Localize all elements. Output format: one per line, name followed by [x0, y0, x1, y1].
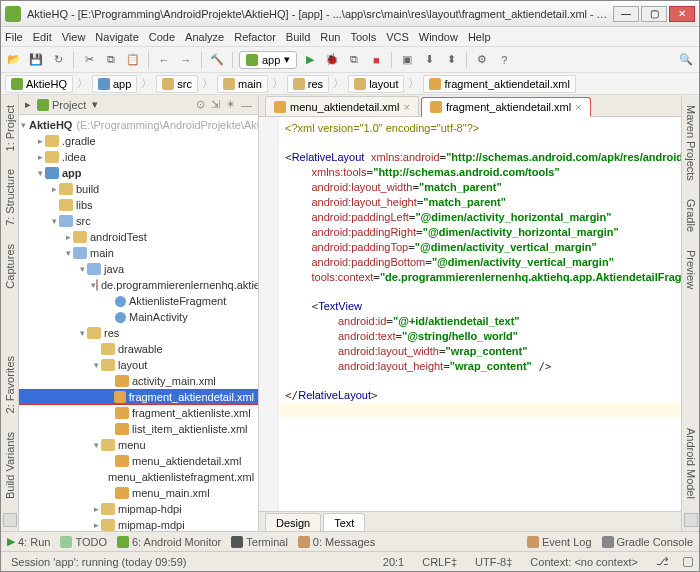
line-gutter[interactable] [259, 117, 279, 511]
tab-structure[interactable]: 7: Structure [4, 165, 16, 230]
chevron-down-icon[interactable]: ▾ [92, 98, 98, 111]
design-tab[interactable]: Design [265, 513, 321, 531]
menu-help[interactable]: Help [468, 31, 491, 43]
close-tab-icon[interactable]: × [403, 101, 409, 113]
gutter-corner-icon[interactable] [684, 513, 698, 527]
make-icon[interactable]: 🔨 [208, 51, 226, 69]
menu-view[interactable]: View [62, 31, 86, 43]
tool-gradle-console[interactable]: Gradle Console [602, 536, 693, 548]
tree-item[interactable]: AktienlisteFragment [19, 293, 258, 309]
maximize-button[interactable]: ▢ [641, 6, 667, 22]
project-pane-header[interactable]: ▸ Project ▾ ⊙ ⇲ ✶ — [19, 95, 258, 115]
editor-tab[interactable]: menu_aktiendetail.xml× [265, 96, 419, 116]
search-icon[interactable]: 🔍 [677, 51, 695, 69]
crumb-project[interactable]: AktieHQ [5, 75, 73, 93]
tree-item[interactable]: ▸.idea [19, 149, 258, 165]
attach-icon[interactable]: ⧉ [345, 51, 363, 69]
settings-icon[interactable]: ✶ [226, 98, 235, 111]
tree-item[interactable]: menu_aktienlistefragment.xml [19, 469, 258, 485]
tree-item-selected[interactable]: fragment_aktiendetail.xml [19, 389, 258, 405]
tree-item[interactable]: ▾de.programmierenlernenhq.aktiehq.app [19, 277, 258, 293]
tree-item-app[interactable]: ▾app [19, 165, 258, 181]
copy-icon[interactable]: ⧉ [102, 51, 120, 69]
tab-gradle[interactable]: Gradle [685, 195, 697, 236]
tree-item[interactable]: ▸mipmap-mdpi [19, 517, 258, 531]
project-tree[interactable]: ▾AktieHQ(E:\Programming\AndroidProjekte\… [19, 115, 258, 531]
tree-item[interactable]: drawable [19, 341, 258, 357]
crumb-main[interactable]: main [217, 75, 268, 93]
menu-build[interactable]: Build [286, 31, 310, 43]
forward-icon[interactable]: → [177, 51, 195, 69]
tree-item[interactable]: ▾src [19, 213, 258, 229]
menu-navigate[interactable]: Navigate [95, 31, 138, 43]
crumb-res[interactable]: res [287, 75, 329, 93]
collapse-icon[interactable]: ▸ [25, 98, 31, 111]
menu-code[interactable]: Code [149, 31, 175, 43]
crumb-src[interactable]: src [156, 75, 198, 93]
tree-item[interactable]: fragment_aktienliste.xml [19, 405, 258, 421]
tool-android-monitor[interactable]: 6: Android Monitor [117, 536, 221, 548]
stop-icon[interactable]: ■ [367, 51, 385, 69]
tool-messages[interactable]: 0: Messages [298, 536, 375, 548]
tree-item[interactable]: ▾res [19, 325, 258, 341]
menu-refactor[interactable]: Refactor [234, 31, 276, 43]
gutter-corner-icon[interactable] [3, 513, 17, 527]
tree-item[interactable]: MainActivity [19, 309, 258, 325]
back-icon[interactable]: ← [155, 51, 173, 69]
tree-item[interactable]: activity_main.xml [19, 373, 258, 389]
crumb-layout[interactable]: layout [348, 75, 404, 93]
expand-icon[interactable]: ⇲ [211, 98, 220, 111]
tab-build-variants[interactable]: Build Variants [4, 428, 16, 503]
crumb-module[interactable]: app [92, 75, 137, 93]
sdk-icon[interactable]: ⬇ [420, 51, 438, 69]
close-button[interactable]: ✕ [669, 6, 695, 22]
menu-tools[interactable]: Tools [350, 31, 376, 43]
caret-position[interactable]: 20:1 [379, 556, 408, 568]
menu-analyze[interactable]: Analyze [185, 31, 224, 43]
tree-item[interactable]: libs [19, 197, 258, 213]
code-area[interactable]: <?xml version="1.0" encoding="utf-8"?> <… [279, 117, 681, 511]
tree-item[interactable]: ▾main [19, 245, 258, 261]
menu-vcs[interactable]: VCS [386, 31, 409, 43]
lock-icon[interactable] [683, 557, 693, 567]
line-separator[interactable]: CRLF‡ [418, 556, 461, 568]
tree-item[interactable]: ▾layout [19, 357, 258, 373]
editor-tab-active[interactable]: fragment_aktiendetail.xml× [421, 97, 591, 117]
menu-window[interactable]: Window [419, 31, 458, 43]
tree-item[interactable]: ▾menu [19, 437, 258, 453]
tab-project[interactable]: 1: Project [4, 101, 16, 155]
text-tab[interactable]: Text [323, 513, 365, 531]
tab-maven[interactable]: Maven Projects [685, 101, 697, 185]
tab-android-model[interactable]: Android Model [685, 424, 697, 503]
ddms-icon[interactable]: ⬍ [442, 51, 460, 69]
cut-icon[interactable]: ✂ [80, 51, 98, 69]
tool-terminal[interactable]: Terminal [231, 536, 288, 548]
close-tab-icon[interactable]: × [575, 101, 581, 113]
run-config-selector[interactable]: app ▾ [239, 51, 297, 69]
tree-item[interactable]: menu_main.xml [19, 485, 258, 501]
menu-edit[interactable]: Edit [33, 31, 52, 43]
minimize-button[interactable]: — [613, 6, 639, 22]
paste-icon[interactable]: 📋 [124, 51, 142, 69]
run-button[interactable]: ▶ [301, 51, 319, 69]
tree-item[interactable]: ▸androidTest [19, 229, 258, 245]
tree-item[interactable]: menu_aktiendetail.xml [19, 453, 258, 469]
tab-favorites[interactable]: 2: Favorites [4, 352, 16, 417]
debug-button[interactable]: 🐞 [323, 51, 341, 69]
menu-run[interactable]: Run [320, 31, 340, 43]
hide-icon[interactable]: — [241, 99, 252, 111]
tree-item[interactable]: ▸mipmap-hdpi [19, 501, 258, 517]
help-icon[interactable]: ? [495, 51, 513, 69]
tab-captures[interactable]: Captures [4, 240, 16, 293]
tree-item[interactable]: ▸.gradle [19, 133, 258, 149]
context-selector[interactable]: Context: <no context> [526, 556, 642, 568]
avd-icon[interactable]: ▣ [398, 51, 416, 69]
tool-run[interactable]: ▶4: Run [7, 535, 50, 548]
menu-file[interactable]: File [5, 31, 23, 43]
open-icon[interactable]: 📂 [5, 51, 23, 69]
save-icon[interactable]: 💾 [27, 51, 45, 69]
tree-item[interactable]: list_item_aktienliste.xml [19, 421, 258, 437]
tool-todo[interactable]: TODO [60, 536, 107, 548]
crumb-file[interactable]: fragment_aktiendetail.xml [423, 75, 575, 93]
sync-icon[interactable]: ↻ [49, 51, 67, 69]
